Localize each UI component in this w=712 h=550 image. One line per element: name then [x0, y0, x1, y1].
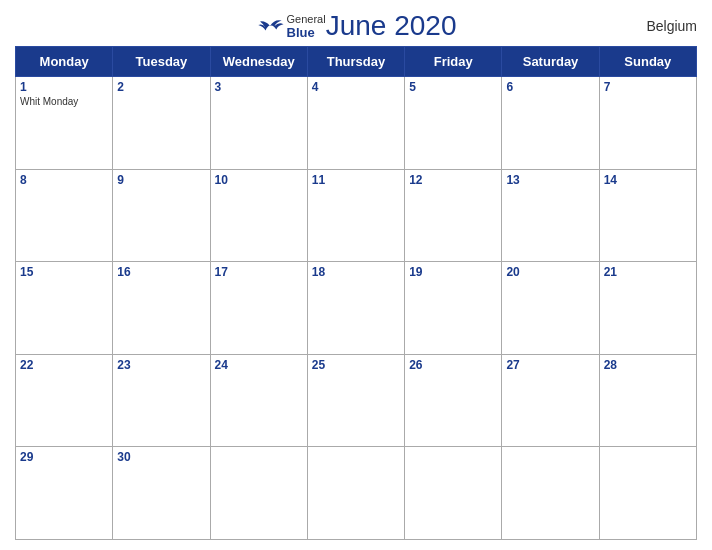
calendar-cell: 19 [405, 262, 502, 355]
holiday-label: Whit Monday [20, 96, 108, 107]
day-number: 23 [117, 358, 205, 372]
logo: General Blue [256, 13, 326, 40]
calendar-header: General Blue June 2020 Belgium [15, 10, 697, 42]
week-row-3: 15161718192021 [16, 262, 697, 355]
weekday-header-monday: Monday [16, 47, 113, 77]
day-number: 3 [215, 80, 303, 94]
calendar-cell: 2 [113, 77, 210, 170]
calendar-cell: 28 [599, 354, 696, 447]
day-number: 28 [604, 358, 692, 372]
day-number: 2 [117, 80, 205, 94]
calendar-cell: 11 [307, 169, 404, 262]
calendar-cell: 13 [502, 169, 599, 262]
day-number: 1 [20, 80, 108, 94]
calendar-cell: 6 [502, 77, 599, 170]
calendar-cell: 9 [113, 169, 210, 262]
weekday-header-sunday: Sunday [599, 47, 696, 77]
calendar-cell: 16 [113, 262, 210, 355]
day-number: 11 [312, 173, 400, 187]
calendar-cell: 25 [307, 354, 404, 447]
calendar-cell: 29 [16, 447, 113, 540]
day-number: 9 [117, 173, 205, 187]
calendar-cell: 22 [16, 354, 113, 447]
calendar-cell: 30 [113, 447, 210, 540]
calendar-cell: 20 [502, 262, 599, 355]
weekday-header-row: MondayTuesdayWednesdayThursdayFridaySatu… [16, 47, 697, 77]
country-label: Belgium [646, 18, 697, 34]
calendar-cell: 1Whit Monday [16, 77, 113, 170]
week-row-1: 1Whit Monday234567 [16, 77, 697, 170]
day-number: 16 [117, 265, 205, 279]
logo-icon [256, 17, 284, 35]
calendar-cell: 23 [113, 354, 210, 447]
day-number: 6 [506, 80, 594, 94]
day-number: 13 [506, 173, 594, 187]
day-number: 27 [506, 358, 594, 372]
calendar-cell: 3 [210, 77, 307, 170]
calendar-cell: 10 [210, 169, 307, 262]
week-row-2: 891011121314 [16, 169, 697, 262]
week-row-4: 22232425262728 [16, 354, 697, 447]
day-number: 29 [20, 450, 108, 464]
calendar-cell: 17 [210, 262, 307, 355]
calendar-cell: 26 [405, 354, 502, 447]
day-number: 25 [312, 358, 400, 372]
day-number: 19 [409, 265, 497, 279]
calendar-cell [502, 447, 599, 540]
day-number: 15 [20, 265, 108, 279]
calendar-cell [210, 447, 307, 540]
day-number: 21 [604, 265, 692, 279]
day-number: 17 [215, 265, 303, 279]
weekday-header-tuesday: Tuesday [113, 47, 210, 77]
calendar-cell: 24 [210, 354, 307, 447]
logo-general: General [287, 13, 326, 25]
weekday-header-saturday: Saturday [502, 47, 599, 77]
week-row-5: 2930 [16, 447, 697, 540]
day-number: 30 [117, 450, 205, 464]
calendar-cell: 5 [405, 77, 502, 170]
day-number: 12 [409, 173, 497, 187]
calendar-cell [307, 447, 404, 540]
calendar-tbody: 1Whit Monday2345678910111213141516171819… [16, 77, 697, 540]
day-number: 26 [409, 358, 497, 372]
calendar-cell: 21 [599, 262, 696, 355]
logo-blue: Blue [287, 25, 326, 40]
day-number: 22 [20, 358, 108, 372]
calendar-cell: 8 [16, 169, 113, 262]
calendar-title: June 2020 [326, 10, 457, 42]
day-number: 20 [506, 265, 594, 279]
day-number: 24 [215, 358, 303, 372]
day-number: 8 [20, 173, 108, 187]
calendar-cell: 18 [307, 262, 404, 355]
day-number: 14 [604, 173, 692, 187]
calendar-cell: 27 [502, 354, 599, 447]
weekday-header-wednesday: Wednesday [210, 47, 307, 77]
day-number: 4 [312, 80, 400, 94]
calendar-cell: 15 [16, 262, 113, 355]
calendar-cell [405, 447, 502, 540]
calendar-table: MondayTuesdayWednesdayThursdayFridaySatu… [15, 46, 697, 540]
logo-text: General Blue [287, 13, 326, 40]
day-number: 18 [312, 265, 400, 279]
calendar-cell: 4 [307, 77, 404, 170]
weekday-header-friday: Friday [405, 47, 502, 77]
calendar-cell [599, 447, 696, 540]
calendar-cell: 7 [599, 77, 696, 170]
day-number: 7 [604, 80, 692, 94]
calendar-thead: MondayTuesdayWednesdayThursdayFridaySatu… [16, 47, 697, 77]
day-number: 10 [215, 173, 303, 187]
day-number: 5 [409, 80, 497, 94]
calendar-cell: 14 [599, 169, 696, 262]
weekday-header-thursday: Thursday [307, 47, 404, 77]
calendar-cell: 12 [405, 169, 502, 262]
